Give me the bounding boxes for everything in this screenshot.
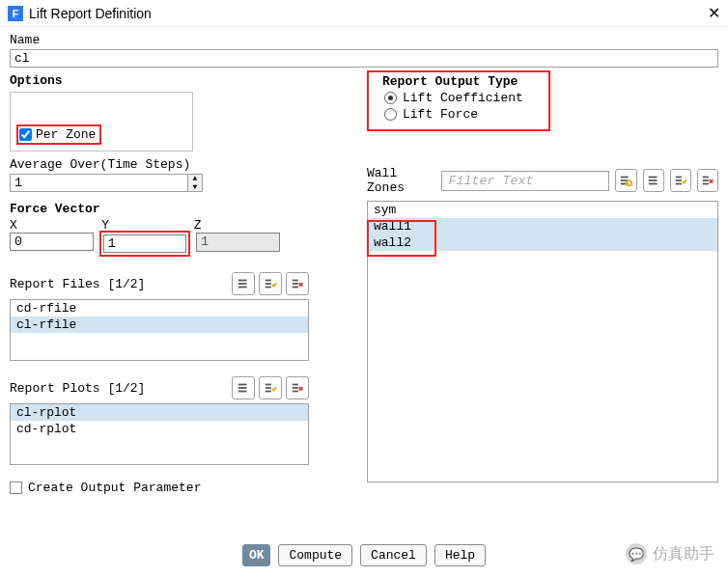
wall-zones-filter-icon[interactable] [615, 169, 636, 192]
avg-spinner[interactable]: ▲ ▼ [10, 174, 203, 192]
svg-rect-30 [703, 183, 709, 185]
report-files-list[interactable]: cd-rfilecl-rfile [10, 299, 309, 361]
svg-rect-4 [266, 283, 271, 285]
report-plots-list[interactable]: cl-rplotcd-rplot [10, 403, 309, 465]
svg-rect-29 [703, 179, 709, 181]
fv-z-input: 1 [196, 233, 280, 252]
svg-rect-18 [621, 177, 629, 179]
chat-icon: 💬 [626, 543, 647, 564]
list-item[interactable]: cl-rplot [11, 404, 308, 421]
svg-rect-26 [676, 179, 682, 181]
svg-rect-27 [676, 183, 682, 185]
window-title: Lift Report Definition [29, 6, 152, 21]
svg-rect-1 [238, 283, 247, 285]
per-zone-label: Per Zone [36, 127, 96, 142]
spinner-down-icon[interactable]: ▼ [188, 183, 202, 192]
svg-rect-11 [238, 391, 247, 393]
svg-rect-22 [648, 177, 657, 179]
options-label: Options [10, 73, 309, 88]
wall-zones-filter[interactable] [441, 171, 609, 191]
name-input[interactable] [10, 49, 718, 68]
report-output-option[interactable]: Lift Force [384, 107, 535, 122]
wall-zones-select-all-icon[interactable] [670, 169, 691, 192]
svg-rect-13 [266, 387, 271, 389]
fv-x-label: X [10, 218, 17, 233]
avg-label: Average Over(Time Steps) [10, 157, 309, 172]
avg-input[interactable] [10, 174, 187, 192]
svg-rect-24 [648, 183, 657, 185]
report-files-select-all-icon[interactable] [259, 272, 282, 295]
close-icon[interactable]: ✕ [708, 4, 720, 22]
svg-point-21 [627, 180, 631, 185]
report-files-label: Report Files [1/2] [10, 277, 145, 291]
report-plots-label: Report Plots [1/2] [10, 381, 145, 396]
wall-zones-highlight [367, 220, 436, 257]
svg-rect-9 [238, 384, 247, 386]
fv-x-input[interactable] [10, 233, 94, 251]
watermark: 💬 仿真助手 [626, 543, 714, 564]
radio-icon[interactable] [384, 108, 397, 121]
svg-rect-25 [676, 177, 682, 179]
report-files-help-icon[interactable] [232, 272, 255, 295]
svg-rect-12 [266, 384, 271, 386]
app-icon: F [8, 6, 23, 21]
wall-zones-help-icon[interactable] [643, 169, 664, 192]
ok-button[interactable]: OK [242, 544, 271, 566]
svg-rect-5 [266, 287, 271, 289]
create-output-checkbox[interactable] [10, 482, 22, 494]
radio-label: Lift Coefficient [403, 91, 523, 105]
watermark-text: 仿真助手 [653, 544, 714, 564]
svg-rect-6 [293, 280, 298, 282]
name-label: Name [10, 33, 718, 47]
wall-zone-item[interactable]: sym [368, 202, 717, 218]
titlebar: F Lift Report Definition ✕ [0, 0, 728, 27]
help-button[interactable]: Help [434, 544, 486, 566]
svg-rect-15 [293, 384, 298, 386]
report-files-deselect-all-icon[interactable] [286, 272, 309, 295]
svg-rect-3 [266, 280, 271, 282]
report-plots-help-icon[interactable] [232, 376, 255, 399]
report-plots-select-all-icon[interactable] [259, 376, 282, 399]
per-zone-highlight: Per Zone [16, 124, 101, 145]
list-item[interactable]: cd-rplot [11, 421, 308, 437]
cancel-button[interactable]: Cancel [360, 544, 427, 566]
report-plots-deselect-all-icon[interactable] [286, 376, 309, 399]
svg-rect-28 [703, 177, 709, 179]
options-box: Per Zone [10, 92, 193, 151]
fv-y-input[interactable] [103, 234, 187, 253]
svg-rect-0 [238, 280, 247, 282]
force-vector-label: Force Vector [10, 202, 309, 216]
report-output-type-box: Report Output Type Lift CoefficientLift … [367, 70, 550, 131]
wall-zones-deselect-all-icon[interactable] [697, 169, 718, 192]
report-output-option[interactable]: Lift Coefficient [384, 91, 535, 105]
svg-rect-10 [238, 387, 247, 389]
wall-zones-label: Wall Zones [367, 166, 435, 195]
svg-rect-23 [648, 179, 657, 181]
compute-button[interactable]: Compute [278, 544, 352, 566]
per-zone-checkbox[interactable] [19, 128, 32, 141]
footer-buttons: OK Compute Cancel Help [0, 544, 728, 566]
fv-z-label: Z [194, 218, 202, 233]
report-output-type-label: Report Output Type [382, 72, 535, 89]
svg-rect-7 [293, 283, 298, 285]
svg-rect-16 [293, 387, 298, 389]
list-item[interactable]: cd-rfile [11, 300, 308, 317]
svg-rect-14 [266, 391, 271, 393]
svg-rect-17 [293, 391, 298, 393]
list-item[interactable]: cl-rfile [11, 317, 308, 333]
svg-rect-8 [293, 287, 298, 289]
radio-icon[interactable] [384, 92, 397, 104]
create-output-label: Create Output Parameter [28, 481, 201, 495]
radio-label: Lift Force [403, 107, 478, 122]
svg-rect-2 [238, 287, 247, 289]
